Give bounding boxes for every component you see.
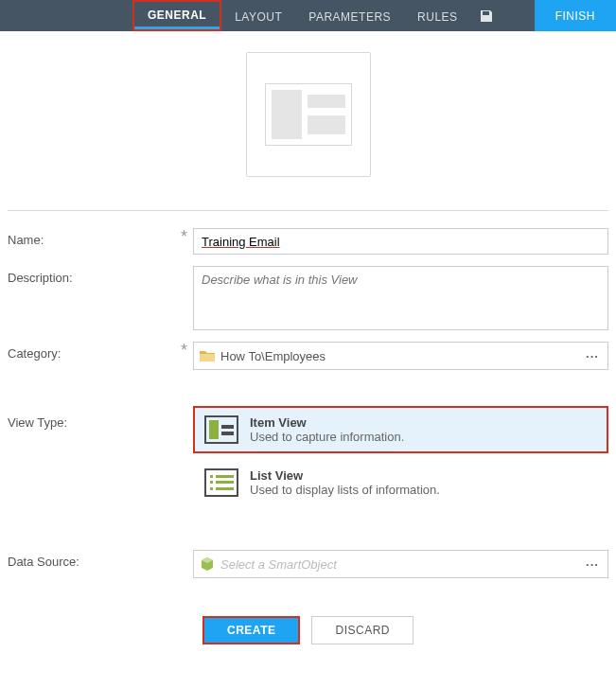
category-label: Category:	[8, 342, 176, 370]
top-tab-bar: GENERAL LAYOUT PARAMETERS RULES FINISH	[0, 0, 616, 31]
save-button[interactable]	[471, 0, 502, 31]
datasource-picker[interactable]: Select a SmartObject ···	[193, 550, 608, 578]
datasource-browse-button[interactable]: ···	[581, 557, 604, 572]
save-icon	[479, 9, 494, 24]
required-icon: *	[176, 342, 193, 370]
discard-button[interactable]: DISCARD	[311, 616, 414, 644]
category-picker[interactable]: How To\Employees ···	[193, 342, 608, 370]
view-thumbnail	[0, 31, 616, 210]
name-input[interactable]	[193, 228, 608, 255]
smartobject-icon	[200, 556, 215, 572]
tab-rules[interactable]: RULES	[404, 2, 471, 31]
name-label: Name:	[8, 228, 176, 255]
item-view-title: Item View	[250, 415, 404, 430]
category-browse-button[interactable]: ···	[581, 349, 604, 363]
datasource-placeholder: Select a SmartObject	[220, 557, 575, 572]
datasource-label: Data Source:	[8, 550, 176, 578]
tab-parameters[interactable]: PARAMETERS	[295, 2, 404, 31]
view-type-item[interactable]: Item View Used to capture information.	[193, 406, 608, 453]
required-icon: *	[176, 228, 193, 255]
description-input[interactable]	[193, 266, 608, 330]
list-view-desc: Used to display lists of information.	[250, 483, 440, 497]
view-type-list[interactable]: List View Used to display lists of infor…	[193, 459, 608, 506]
finish-button[interactable]: FINISH	[535, 0, 616, 31]
tab-general-highlight: GENERAL	[132, 0, 221, 31]
description-label: Description:	[8, 266, 176, 330]
list-view-icon	[204, 468, 238, 497]
category-value: How To\Employees	[220, 349, 575, 363]
tab-general[interactable]: GENERAL	[134, 4, 220, 29]
general-form: Name: * Description: Category: * How To\…	[0, 211, 616, 644]
item-view-icon	[204, 415, 238, 444]
folder-icon	[200, 348, 215, 363]
item-view-desc: Used to capture information.	[250, 430, 404, 444]
list-view-title: List View	[250, 468, 440, 483]
create-button[interactable]: CREATE	[202, 616, 300, 644]
viewtype-label: View Type:	[8, 406, 176, 512]
tab-layout[interactable]: LAYOUT	[221, 2, 295, 31]
